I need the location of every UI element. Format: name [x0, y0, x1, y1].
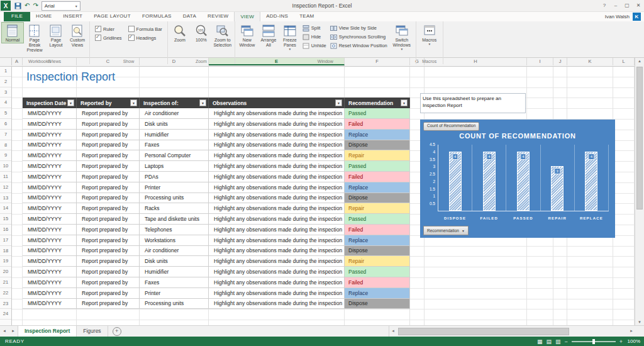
- cell-recommendation[interactable]: Repair: [345, 150, 410, 161]
- cell-inspection-of[interactable]: Air conditioner: [140, 246, 209, 257]
- unhide-button[interactable]: Unhide: [303, 42, 326, 49]
- column-header-K[interactable]: K: [567, 58, 613, 65]
- table-row[interactable]: MM/DD/YYYYReport prepared byTelephonesHi…: [23, 225, 410, 235]
- cell-recommendation[interactable]: Replace: [345, 130, 410, 140]
- tab-team[interactable]: TEAM: [294, 11, 319, 21]
- cell-inspection-date[interactable]: MM/DD/YYYY: [23, 256, 77, 267]
- filter-dropdown-icon[interactable]: ▼: [67, 99, 74, 106]
- row-header-6[interactable]: 6: [0, 119, 11, 130]
- cell-inspection-date[interactable]: MM/DD/YYYY: [23, 130, 77, 140]
- cell-inspection-of[interactable]: Humidifier: [140, 130, 209, 140]
- cell-inspection-date[interactable]: MM/DD/YYYY: [23, 150, 77, 161]
- cell-observations[interactable]: Highlight any observations made during t…: [209, 119, 345, 130]
- tab-review[interactable]: REVIEW: [202, 11, 234, 21]
- cell-inspection-date[interactable]: MM/DD/YYYY: [23, 225, 77, 235]
- cell-inspection-date[interactable]: MM/DD/YYYY: [23, 203, 77, 214]
- hide-button[interactable]: Hide: [303, 33, 326, 40]
- cell-inspection-date[interactable]: MM/DD/YYYY: [23, 267, 77, 277]
- column-header-I[interactable]: I: [527, 58, 553, 65]
- cell-reported-by[interactable]: Report prepared by: [77, 214, 140, 225]
- vertical-scroll-thumb[interactable]: [636, 67, 643, 209]
- cell-recommendation[interactable]: Dispose: [345, 140, 410, 151]
- cell-recommendation[interactable]: Failed: [345, 172, 410, 182]
- cell-inspection-of[interactable]: Humidifier: [140, 267, 209, 277]
- cell-observations[interactable]: Highlight any observations made during t…: [209, 277, 345, 288]
- cell-reported-by[interactable]: Report prepared by: [77, 288, 140, 299]
- tab-home[interactable]: HOME: [30, 11, 57, 21]
- table-row[interactable]: MM/DD/YYYYReport prepared byProcessing u…: [23, 193, 410, 204]
- cell-inspection-date[interactable]: MM/DD/YYYY: [23, 161, 77, 172]
- chart-axis-field-button[interactable]: Recommendation ▼: [423, 226, 469, 235]
- table-row[interactable]: MM/DD/YYYYReport prepared byPersonal Com…: [23, 150, 410, 161]
- table-row[interactable]: MM/DD/YYYYReport prepared byHumidifierHi…: [23, 267, 410, 277]
- page-break-shortcut-icon[interactable]: ▥: [555, 337, 561, 346]
- cell-recommendation[interactable]: Repair: [345, 256, 410, 267]
- cell-inspection-of[interactable]: Air conditioner: [140, 108, 209, 119]
- table-row[interactable]: MM/DD/YYYYReport prepared byTape and dis…: [23, 214, 410, 225]
- horizontal-scroll-thumb[interactable]: [398, 328, 569, 335]
- normal-view-shortcut-icon[interactable]: ▦: [537, 337, 543, 346]
- cell-inspection-of[interactable]: PDAs: [140, 172, 209, 182]
- row-header-12[interactable]: 12: [0, 182, 11, 193]
- headings-checkbox[interactable]: Headings: [128, 35, 162, 41]
- tab-file[interactable]: FILE: [4, 11, 30, 21]
- scroll-right-arrow[interactable]: ▸: [628, 326, 635, 337]
- row-header-24[interactable]: 24: [0, 309, 11, 320]
- recommendation-chart[interactable]: Count of Recommendation COUNT OF RECOMME…: [420, 120, 615, 238]
- row-header-17[interactable]: 17: [0, 235, 11, 246]
- cell-recommendation[interactable]: Failed: [345, 277, 410, 288]
- tab-add-ins[interactable]: ADD-INS: [260, 11, 294, 21]
- sheet-tab-inspection-report[interactable]: Inspection Report: [18, 326, 77, 337]
- arrange-all-button[interactable]: Arrange All: [258, 22, 279, 48]
- cell-recommendation[interactable]: Repair: [345, 203, 410, 214]
- cell-inspection-of[interactable]: Laptops: [140, 161, 209, 172]
- cell-inspection-of[interactable]: Tape and diskette units: [140, 214, 209, 225]
- page-layout-shortcut-icon[interactable]: ▤: [546, 337, 552, 346]
- filter-dropdown-icon[interactable]: ▼: [130, 99, 137, 106]
- zoom-slider-thumb[interactable]: [592, 339, 595, 344]
- help-button[interactable]: ?: [599, 0, 610, 11]
- filter-dropdown-icon[interactable]: ▼: [199, 99, 206, 106]
- table-row[interactable]: MM/DD/YYYYReport prepared byProcessing u…: [23, 299, 410, 310]
- cell-observations[interactable]: Highlight any observations made during t…: [209, 161, 345, 172]
- table-row[interactable]: MM/DD/YYYYReport prepared byLaptopsHighl…: [23, 161, 410, 172]
- cell-observations[interactable]: Highlight any observations made during t…: [209, 225, 345, 235]
- freeze-panes-button[interactable]: Freeze Panes ▾: [279, 22, 301, 51]
- row-header-11[interactable]: 11: [0, 172, 11, 182]
- cell-observations[interactable]: Highlight any observations made during t…: [209, 256, 345, 267]
- page-break-preview-button[interactable]: Page Break Preview: [24, 22, 45, 53]
- cell-inspection-date[interactable]: MM/DD/YYYY: [23, 299, 77, 310]
- zoom-level[interactable]: 100%: [626, 338, 640, 344]
- row-header-18[interactable]: 18: [0, 246, 11, 257]
- cell-reported-by[interactable]: Report prepared by: [77, 267, 140, 277]
- cell-recommendation[interactable]: Passed: [345, 108, 410, 119]
- font-name-select[interactable]: Arial ▾: [42, 1, 80, 11]
- new-window-button[interactable]: New Window: [236, 22, 258, 48]
- row-header-10[interactable]: 10: [0, 161, 11, 172]
- cell-reported-by[interactable]: Report prepared by: [77, 256, 140, 267]
- cell-reported-by[interactable]: Report prepared by: [77, 299, 140, 310]
- filter-dropdown-icon[interactable]: ▼: [401, 99, 408, 106]
- cell-inspection-of[interactable]: Faxes: [140, 140, 209, 151]
- cell-inspection-date[interactable]: MM/DD/YYYY: [23, 193, 77, 204]
- cell-recommendation[interactable]: Failed: [345, 225, 410, 235]
- cell-recommendation[interactable]: Passed: [345, 214, 410, 225]
- sheet-nav-right-arrow[interactable]: ▸: [9, 326, 18, 337]
- cell-recommendation[interactable]: Dispose: [345, 299, 410, 310]
- sheet-nav-left-arrow[interactable]: ◂: [0, 326, 9, 337]
- cell-recommendation[interactable]: Dispose: [345, 193, 410, 204]
- ruler-checkbox[interactable]: Ruler: [95, 26, 122, 32]
- zoom-in-button[interactable]: +: [619, 337, 623, 346]
- cell-reported-by[interactable]: Report prepared by: [77, 130, 140, 140]
- row-header-23[interactable]: 23: [0, 299, 11, 310]
- cell-reported-by[interactable]: Report prepared by: [77, 182, 140, 193]
- row-header-5[interactable]: 5: [0, 108, 11, 119]
- row-header-20[interactable]: 20: [0, 267, 11, 277]
- cell-inspection-of[interactable]: Printer: [140, 288, 209, 299]
- gridlines-checkbox[interactable]: Gridlines: [95, 35, 122, 41]
- cell-recommendation[interactable]: Passed: [345, 161, 410, 172]
- table-row[interactable]: MM/DD/YYYYReport prepared byAir conditio…: [23, 108, 410, 119]
- minimize-button[interactable]: –: [610, 0, 621, 11]
- cell-observations[interactable]: Highlight any observations made during t…: [209, 214, 345, 225]
- table-row[interactable]: MM/DD/YYYYReport prepared byFaxesHighlig…: [23, 277, 410, 288]
